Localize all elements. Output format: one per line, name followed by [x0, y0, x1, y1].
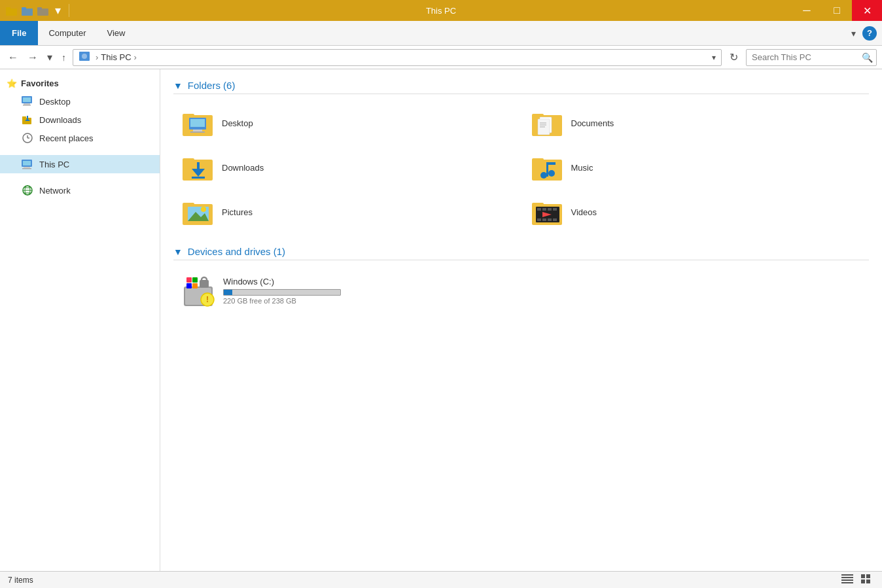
help-button[interactable]: ?: [862, 26, 877, 41]
svg-rect-83: [861, 574, 865, 578]
sidebar-item-downloads[interactable]: Downloads: [0, 111, 160, 129]
address-bar: ← → ▾ ↑ › This PC › ▾ ↻ 🔍: [0, 46, 882, 69]
main-layout: ⭐ Favorites Desktop: [0, 69, 882, 571]
restore-button[interactable]: □: [822, 0, 852, 21]
downloads-folder-label: Downloads: [222, 163, 264, 173]
address-path[interactable]: › This PC › ▾: [73, 49, 722, 66]
search-wrapper: 🔍: [746, 49, 877, 66]
svg-rect-62: [548, 208, 552, 211]
drive-bar-container: [223, 289, 341, 296]
ribbon-expand-button[interactable]: ▾: [849, 26, 858, 41]
folder-item-desktop[interactable]: Desktop: [173, 102, 520, 144]
sidebar: ⭐ Favorites Desktop: [0, 69, 160, 571]
svg-rect-53: [183, 203, 194, 207]
view-details-button[interactable]: [839, 573, 856, 587]
file-tab[interactable]: File: [0, 21, 38, 45]
videos-folder-label: Videos: [571, 207, 597, 217]
sidebar-network-label: Network: [39, 186, 71, 196]
close-button[interactable]: ✕: [852, 0, 882, 21]
sidebar-item-recent[interactable]: Recent places: [0, 129, 160, 147]
svg-rect-9: [23, 97, 31, 102]
svg-rect-29: [183, 114, 194, 118]
search-button[interactable]: 🔍: [862, 52, 873, 63]
forward-button[interactable]: →: [25, 50, 41, 65]
svg-point-7: [82, 54, 87, 59]
network-icon: [21, 184, 34, 197]
minimize-button[interactable]: ─: [792, 0, 822, 21]
favorites-label: Favorites: [21, 78, 59, 88]
svg-rect-32: [193, 130, 202, 131]
back-button[interactable]: ←: [5, 50, 21, 65]
path-separator2: ›: [134, 52, 137, 62]
refresh-button[interactable]: ↻: [726, 50, 742, 65]
folders-section-header: ▼ Folders (6): [173, 80, 869, 94]
devices-toggle[interactable]: ▼: [173, 247, 183, 257]
ribbon: File Computer View ▾ ?: [0, 21, 882, 46]
divider: [69, 4, 69, 17]
nav-dropdown-button[interactable]: ▾: [44, 50, 55, 65]
svg-rect-66: [548, 218, 552, 221]
folders-toggle[interactable]: ▼: [173, 80, 183, 91]
svg-rect-81: [841, 579, 853, 581]
windows-drive-icon: !: [181, 273, 215, 307]
window-controls: ─ □ ✕: [792, 0, 882, 21]
svg-rect-71: [186, 277, 192, 283]
up-button[interactable]: ↑: [59, 51, 69, 64]
folder-item-music[interactable]: Music: [523, 147, 870, 188]
path-dropdown-button[interactable]: ▾: [712, 53, 716, 62]
documents-folder-label: Documents: [571, 118, 614, 128]
svg-rect-67: [553, 218, 557, 221]
svg-point-48: [540, 172, 547, 179]
svg-rect-85: [861, 579, 865, 583]
folder-item-documents[interactable]: Documents: [523, 102, 870, 144]
favorites-icon: ⭐: [7, 78, 17, 88]
svg-rect-11: [23, 105, 31, 106]
sidebar-item-desktop[interactable]: Desktop: [0, 92, 160, 111]
sidebar-item-thispc[interactable]: This PC: [0, 155, 160, 173]
drive-item-c[interactable]: ! Windows (C:) 220 GB free of 238 GB: [173, 268, 869, 313]
search-input[interactable]: [746, 49, 877, 66]
drive-name: Windows (C:): [223, 277, 861, 286]
svg-rect-72: [192, 277, 198, 283]
svg-rect-84: [866, 574, 870, 578]
sidebar-recent-label: Recent places: [39, 133, 93, 143]
svg-rect-63: [553, 208, 557, 211]
status-items-count: 7 items: [8, 576, 33, 585]
svg-rect-61: [542, 208, 546, 211]
sidebar-thispc-label: This PC: [39, 160, 69, 169]
svg-rect-82: [841, 582, 853, 583]
sidebar-downloads-label: Downloads: [39, 115, 81, 125]
svg-rect-79: [841, 574, 853, 576]
view-tiles-button[interactable]: [858, 573, 874, 587]
recent-icon: [21, 131, 34, 145]
status-bar-right: [839, 573, 874, 587]
this-pc-icon: [21, 158, 34, 171]
svg-rect-13: [22, 116, 26, 118]
svg-rect-60: [537, 208, 541, 211]
sidebar-item-network[interactable]: Network: [0, 181, 160, 199]
svg-rect-10: [24, 103, 30, 105]
svg-rect-51: [546, 162, 556, 165]
svg-rect-80: [841, 577, 853, 578]
status-bar: 7 items: [0, 571, 882, 588]
svg-rect-21: [24, 167, 30, 168]
svg-rect-22: [22, 168, 31, 169]
tab-view[interactable]: View: [96, 21, 135, 45]
folder2-icon: [21, 5, 34, 16]
folder-item-pictures[interactable]: Pictures: [173, 191, 520, 233]
svg-point-49: [548, 170, 555, 177]
svg-rect-42: [183, 158, 194, 162]
drive-space: 220 GB free of 238 GB: [223, 297, 861, 305]
folder-item-downloads[interactable]: Downloads: [173, 147, 520, 188]
quick-access-button[interactable]: ▾: [52, 2, 63, 19]
window-title: This PC: [426, 6, 456, 16]
svg-rect-31: [190, 119, 205, 127]
folder-icon: [5, 5, 18, 16]
svg-point-56: [201, 207, 206, 212]
folder3-icon: [37, 5, 50, 16]
desktop-icon: [21, 95, 34, 108]
svg-rect-73: [186, 283, 192, 288]
tab-computer[interactable]: Computer: [38, 21, 96, 45]
folder-item-videos[interactable]: Videos: [523, 191, 870, 233]
svg-rect-5: [37, 7, 42, 10]
